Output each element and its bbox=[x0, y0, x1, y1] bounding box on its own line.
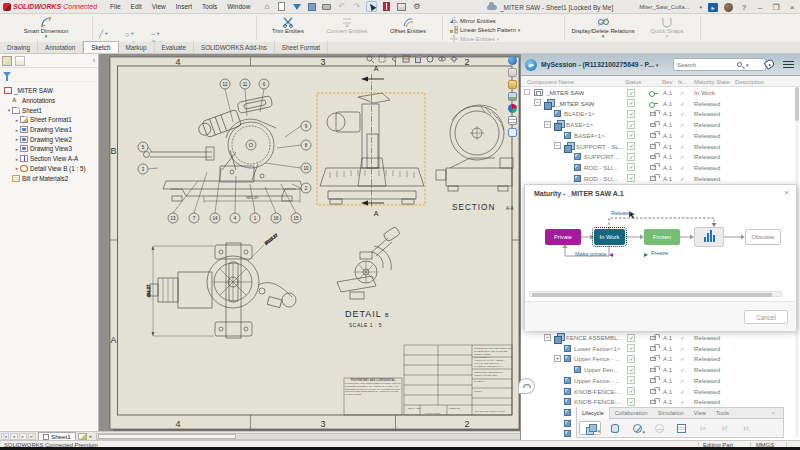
select-cursor-icon[interactable] bbox=[366, 1, 377, 12]
3dexperience-launcher-icon[interactable]: ▸ bbox=[708, 3, 718, 12]
options-gear-icon[interactable]: ⚙ bbox=[411, 1, 422, 12]
collapse-node-icon[interactable] bbox=[554, 142, 561, 149]
tree-item-bom[interactable]: Bill of Materials2 bbox=[0, 173, 98, 183]
transition-freeze[interactable]: Freeze bbox=[651, 250, 668, 256]
cancel-button[interactable]: Cancel bbox=[744, 310, 788, 324]
state-private[interactable]: Private bbox=[545, 229, 581, 245]
component-row[interactable]: SUPPORT - SL... A.1 Released bbox=[521, 141, 794, 152]
tab-solidworks-add-ins[interactable]: SOLIDWORKS Add-Ins bbox=[194, 41, 275, 53]
tree-item-drawing-view2[interactable]: ▸Drawing View2 bbox=[0, 134, 98, 144]
dimension-vertical[interactable]: 494.27 bbox=[146, 284, 151, 297]
component-row[interactable]: Upper Fen... A.1 Released bbox=[521, 364, 794, 375]
balloon[interactable]: 13 bbox=[168, 213, 178, 223]
component-row[interactable]: KNOB-FENCE-... A.1 Released bbox=[521, 396, 794, 407]
tree-item-annotations[interactable]: AAnnotations bbox=[0, 96, 98, 106]
3dexperience-compass-icon[interactable] bbox=[525, 59, 537, 71]
state-released-icon[interactable] bbox=[694, 227, 724, 247]
balloon[interactable]: 6 bbox=[259, 79, 269, 89]
view-settings-icon[interactable] bbox=[449, 55, 458, 63]
component-row[interactable]: _MITER SAW A.1 Released bbox=[521, 98, 794, 109]
save-to-database-icon[interactable] bbox=[607, 421, 623, 435]
publish-icon[interactable] bbox=[291, 1, 302, 12]
collapse-node-icon[interactable] bbox=[544, 121, 551, 128]
minimize-button[interactable]: – bbox=[755, 3, 765, 12]
spline-tool-icon[interactable]: ~▾ bbox=[148, 30, 174, 39]
search-input[interactable] bbox=[674, 62, 736, 68]
tree-item-sheet-format1[interactable]: ▸Sheet Format1 bbox=[0, 115, 98, 125]
component-row[interactable]: FENCE ASSEMBL... A.1 Released bbox=[521, 332, 794, 343]
linear-sketch-pattern-button[interactable]: Linear Sketch Pattern▾ bbox=[450, 26, 520, 34]
balloon[interactable]: 10 bbox=[301, 163, 311, 173]
menu-edit[interactable]: Edit bbox=[126, 3, 147, 10]
expand-node-icon[interactable] bbox=[554, 355, 561, 362]
tree-item-drawing-view1[interactable]: ▸Drawing View1 bbox=[0, 125, 98, 135]
property-manager-tab-icon[interactable] bbox=[15, 56, 25, 66]
rebuild-icon[interactable] bbox=[381, 1, 392, 12]
forum-icon[interactable] bbox=[508, 128, 517, 137]
component-row[interactable]: Lower Fence<1> A.1 Released bbox=[521, 343, 794, 354]
chevron-down-icon[interactable]: ▾ bbox=[699, 4, 702, 10]
circle-tool-icon[interactable]: ○▾ bbox=[122, 30, 148, 39]
collaborative-space-selector[interactable]: Miter_Saw_Colla... bbox=[639, 4, 689, 10]
close-button[interactable]: × bbox=[787, 3, 797, 12]
component-row[interactable]: BASE4<1> A.1 Released bbox=[521, 130, 794, 141]
file-properties-icon[interactable] bbox=[396, 1, 407, 12]
prev-sheet-icon[interactable]: ◂ bbox=[10, 433, 18, 440]
new-document-icon[interactable] bbox=[276, 1, 287, 12]
balloon[interactable]: 7 bbox=[189, 213, 199, 223]
balloon[interactable]: 12 bbox=[220, 79, 230, 89]
assistant-bubble-icon[interactable] bbox=[518, 378, 535, 394]
balloon[interactable]: 16 bbox=[271, 213, 281, 223]
design-library-icon[interactable] bbox=[508, 68, 517, 77]
menu-window[interactable]: Window bbox=[222, 3, 255, 10]
tab-collaboration[interactable]: Collaboration bbox=[610, 410, 653, 416]
tree-item-detail-view[interactable]: ▸Detail View B (1 : 5) bbox=[0, 164, 98, 174]
user-avatar[interactable] bbox=[724, 3, 733, 12]
col-maturity-state[interactable]: Maturity State bbox=[694, 79, 730, 85]
tab-tools[interactable]: Tools bbox=[711, 410, 734, 416]
restore-button[interactable]: ❐ bbox=[771, 3, 781, 12]
custom-properties-icon[interactable] bbox=[508, 116, 517, 125]
balloon[interactable]: 8 bbox=[301, 140, 311, 150]
zoom-area-icon[interactable] bbox=[377, 55, 386, 63]
search-icon[interactable] bbox=[737, 62, 742, 67]
panel-expand-chevron-icon[interactable]: › bbox=[93, 57, 95, 64]
tab-view[interactable]: View bbox=[689, 410, 711, 416]
component-row[interactable]: ROD - SU... A.1 Released bbox=[521, 173, 794, 184]
balloon[interactable]: 14 bbox=[210, 213, 220, 223]
tab-sheet-format[interactable]: Sheet Format bbox=[275, 41, 328, 53]
line-tool-icon[interactable]: ╱▾ bbox=[96, 30, 122, 39]
transition-release[interactable]: Release bbox=[611, 210, 631, 216]
state-obsolete[interactable]: Obsolete bbox=[745, 229, 781, 245]
trim-entities-button[interactable]: Trim Entities bbox=[262, 16, 314, 34]
offset-entities-button[interactable]: Offset Entities bbox=[382, 16, 434, 34]
collapse-node-icon[interactable] bbox=[544, 334, 551, 341]
3dexperience-tab-icon[interactable] bbox=[508, 56, 517, 65]
tree-item-section-view[interactable]: ▸Section View A-A bbox=[0, 154, 98, 164]
col-is-latest[interactable]: Is .. bbox=[678, 79, 687, 85]
view-orientation-cube-icon[interactable] bbox=[413, 55, 422, 63]
session-title[interactable]: MySession - (R1132100275649 - P... bbox=[541, 61, 654, 68]
menu-tools[interactable]: Tools bbox=[197, 3, 222, 10]
section-view-icon[interactable] bbox=[401, 55, 410, 63]
col-component-name[interactable]: Component Name bbox=[527, 79, 574, 85]
tab-markup[interactable]: Markup bbox=[119, 41, 155, 53]
tab-evaluate[interactable]: Evaluate bbox=[155, 41, 195, 53]
menu-file[interactable]: File bbox=[105, 3, 125, 10]
previous-view-icon[interactable] bbox=[389, 55, 398, 63]
tree-item-sheet1[interactable]: ▾Sheet1 bbox=[0, 105, 98, 115]
first-sheet-icon[interactable]: |◂ bbox=[1, 433, 9, 440]
explore-tool-icon[interactable]: ▾ bbox=[629, 421, 645, 435]
menu-insert[interactable]: Insert bbox=[171, 3, 197, 10]
tree-item-drawing-view3[interactable]: ▸Drawing View3 bbox=[0, 144, 98, 154]
balloon[interactable]: 4 bbox=[230, 213, 240, 223]
col-rev[interactable]: Rev bbox=[662, 79, 672, 85]
component-row[interactable]: KNOB-FENCE-... A.1 Released bbox=[521, 386, 794, 397]
file-explorer-icon[interactable] bbox=[508, 80, 517, 89]
hide-show-items-icon[interactable] bbox=[437, 55, 446, 63]
save-icon[interactable] bbox=[306, 1, 317, 12]
balloon[interactable]: 3 bbox=[138, 164, 148, 174]
favorites-heart-icon[interactable]: ♥ bbox=[766, 410, 780, 416]
tab-simulation[interactable]: Simulation bbox=[653, 410, 689, 416]
tab-annotation[interactable]: Annotation bbox=[38, 41, 83, 53]
